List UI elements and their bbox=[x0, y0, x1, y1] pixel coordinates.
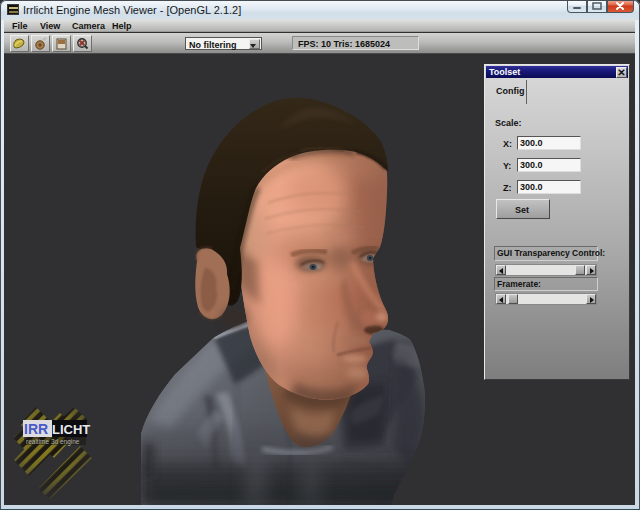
svg-text:realtime 3d engine: realtime 3d engine bbox=[26, 438, 80, 446]
svg-text:IRR: IRR bbox=[24, 421, 48, 437]
svg-text:LICHT: LICHT bbox=[52, 422, 90, 437]
